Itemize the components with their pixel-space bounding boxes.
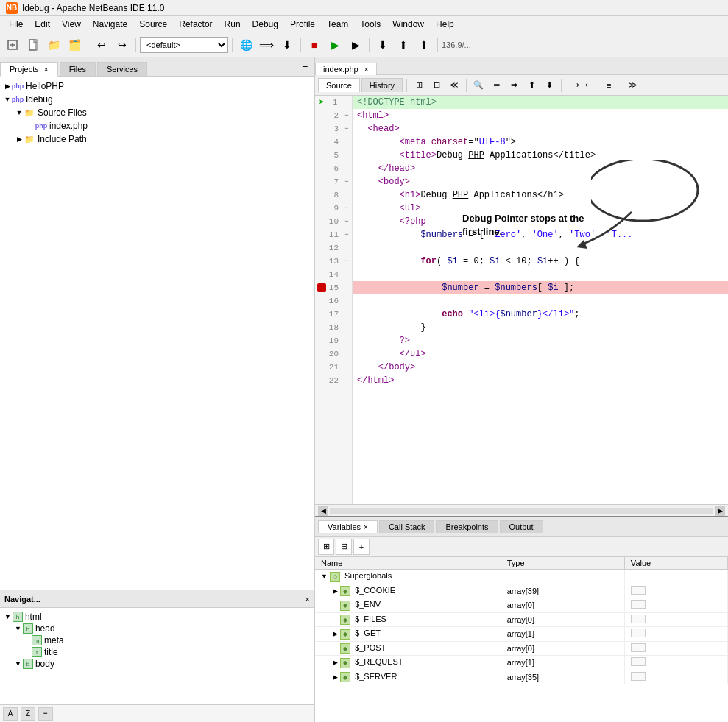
menu-tools[interactable]: Tools <box>354 18 386 31</box>
toggle-get[interactable]: ▶ <box>333 630 338 637</box>
src-btn-8[interactable]: ⟶ <box>565 77 582 93</box>
nav-toggle-body[interactable]: ▼ <box>15 660 21 668</box>
redo-btn[interactable]: ↪ <box>113 35 132 54</box>
debug-step-btn[interactable]: ⬇ <box>278 35 297 54</box>
menu-file[interactable]: File <box>3 18 29 31</box>
var-row-files[interactable]: ▶ ◆ $_FILES array[0] <box>315 612 728 627</box>
var-row-cookie[interactable]: ▶ ◆ $_COOKIE array[39] <box>315 584 728 598</box>
debug-step-over-btn[interactable]: ⟹ <box>257 35 276 54</box>
var-row-post[interactable]: ▶ ◆ $_POST array[0] <box>315 641 728 656</box>
var-btn-3[interactable]: + <box>353 539 370 555</box>
nav-item-html[interactable]: ▼ h html <box>3 611 311 623</box>
deploy3-btn[interactable]: ⬆ <box>414 35 434 54</box>
src-btn-6[interactable]: ⬆ <box>523 77 540 93</box>
fold-2[interactable]: − <box>342 112 352 119</box>
debug-run-btn[interactable]: ▶ <box>346 35 365 54</box>
src-btn-3[interactable]: ≪ <box>446 77 462 93</box>
tab-variables-close[interactable]: × <box>364 523 368 531</box>
undo-btn[interactable]: ↩ <box>92 35 111 54</box>
tree-item-sourcefiles[interactable]: ▼ 📁 Source Files <box>0 106 314 119</box>
src-btn-7[interactable]: ⬇ <box>541 77 557 93</box>
var-row-superglobals[interactable]: ▼ ◇ Superglobals <box>315 570 728 584</box>
src-btn-11[interactable]: ≫ <box>625 77 641 93</box>
var-row-request[interactable]: ▶ ◆ $_REQUEST array[1] <box>315 656 728 670</box>
deploy-btn[interactable]: ⬇ <box>373 35 392 54</box>
var-row-get[interactable]: ▶ ◆ $_GET array[1] <box>315 627 728 642</box>
src-btn-9[interactable]: ⟵ <box>583 77 599 93</box>
src-btn-4[interactable]: ⬅ <box>488 77 504 93</box>
var-btn-2[interactable]: ⊟ <box>336 539 352 555</box>
src-btn-search[interactable]: 🔍 <box>470 77 487 93</box>
browser-btn[interactable]: 🌐 <box>236 35 255 54</box>
tab-files[interactable]: Files <box>60 62 96 76</box>
menu-profile[interactable]: Profile <box>284 18 321 31</box>
nav-filter-btn3[interactable]: ≡ <box>38 707 53 721</box>
tab-projects-close[interactable]: × <box>44 66 49 74</box>
nav-toggle-head[interactable]: ▼ <box>15 625 21 632</box>
src-btn-10[interactable]: ≡ <box>601 77 617 93</box>
tab-services[interactable]: Services <box>97 62 147 76</box>
nav-item-body[interactable]: ▼ b body <box>3 658 311 670</box>
close-project-btn[interactable]: 🗂️ <box>65 35 84 54</box>
nav-filter-btn2[interactable]: Z <box>21 707 35 721</box>
nav-filter-btn1[interactable]: A <box>3 707 18 721</box>
tree-item-hellophp[interactable]: ▶ php HelloPHP <box>0 79 314 93</box>
menu-help[interactable]: Help <box>430 18 460 31</box>
menu-window[interactable]: Window <box>386 18 430 31</box>
menu-debug[interactable]: Debug <box>247 18 284 31</box>
open-project-btn[interactable]: 📁 <box>44 35 63 54</box>
menu-navigate[interactable]: Navigate <box>87 18 133 31</box>
horizontal-scrollbar[interactable] <box>330 508 713 514</box>
toggle-superglobals[interactable]: ▼ <box>321 573 328 580</box>
tab-callstack[interactable]: Call Stack <box>379 520 435 533</box>
nav-item-title[interactable]: ▶ t title <box>3 646 311 658</box>
scroll-left-btn[interactable]: ◀ <box>318 506 328 516</box>
nav-close-btn[interactable]: × <box>305 595 310 604</box>
new-project-btn[interactable] <box>3 35 22 54</box>
tree-item-indexphp[interactable]: ▶ php index.php <box>0 119 314 132</box>
toggle-server[interactable]: ▶ <box>333 673 338 681</box>
scroll-right-btn[interactable]: ▶ <box>715 506 725 516</box>
toggle-includepath[interactable]: ▶ <box>15 135 24 144</box>
var-btn-1[interactable]: ⊞ <box>318 539 334 555</box>
server-value-btn[interactable] <box>631 672 646 681</box>
var-row-server[interactable]: ▶ ◆ $_SERVER array[35] <box>315 670 728 684</box>
menu-edit[interactable]: Edit <box>29 18 56 31</box>
editor-scroll-bar[interactable]: ◀ ▶ <box>315 504 728 516</box>
nav-tree[interactable]: ▼ h html ▼ h head ▶ m meta ▶ <box>0 608 314 704</box>
var-table[interactable]: Name Type Value <box>315 557 728 722</box>
nav-item-meta[interactable]: ▶ m meta <box>3 634 311 646</box>
fold-10[interactable]: − <box>342 218 352 225</box>
toggle-sourcefiles[interactable]: ▼ <box>15 108 24 117</box>
left-panel-minimize[interactable]: − <box>295 57 314 76</box>
src-btn-2[interactable]: ⊟ <box>428 77 445 93</box>
tree-item-idebug[interactable]: ▼ php Idebug <box>0 93 314 106</box>
menu-refactor[interactable]: Refactor <box>173 18 218 31</box>
request-value-btn[interactable] <box>631 657 646 666</box>
menu-source[interactable]: Source <box>133 18 173 31</box>
config-dropdown[interactable]: <default> <box>140 37 228 53</box>
menu-team[interactable]: Team <box>321 18 354 31</box>
get-value-btn[interactable] <box>631 629 646 637</box>
editor-tab-close[interactable]: × <box>364 66 369 74</box>
tab-output[interactable]: Output <box>500 520 543 533</box>
fold-11[interactable]: − <box>342 231 352 238</box>
src-btn-1[interactable]: ⊞ <box>411 77 427 93</box>
fold-3[interactable]: − <box>342 125 352 132</box>
env-value-btn[interactable] <box>631 600 646 609</box>
toggle-hellophp[interactable]: ▶ <box>3 82 12 91</box>
toggle-request[interactable]: ▶ <box>333 659 338 666</box>
post-value-btn[interactable] <box>631 643 646 652</box>
toggle-idebug[interactable]: ▼ <box>3 95 12 104</box>
project-tree[interactable]: ▶ php HelloPHP ▼ php Idebug ▼ 📁 Source F… <box>0 77 314 590</box>
src-tab-history[interactable]: History <box>361 78 403 92</box>
toggle-cookie[interactable]: ▶ <box>333 587 338 595</box>
fold-13[interactable]: − <box>342 258 352 265</box>
fold-9[interactable]: − <box>342 205 352 212</box>
code-editor[interactable]: ➤ 1 2 − 3 − 4 <box>315 96 728 504</box>
nav-item-head[interactable]: ▼ h head <box>3 623 311 634</box>
tree-item-includepath[interactable]: ▶ 📁 Include Path <box>0 132 314 146</box>
src-tab-source[interactable]: Source <box>318 78 360 92</box>
code-content[interactable]: <!DOCTYPE html> <html> <head> <meta char… <box>353 96 728 504</box>
editor-tab-indexphp[interactable]: index.php × <box>315 63 377 75</box>
